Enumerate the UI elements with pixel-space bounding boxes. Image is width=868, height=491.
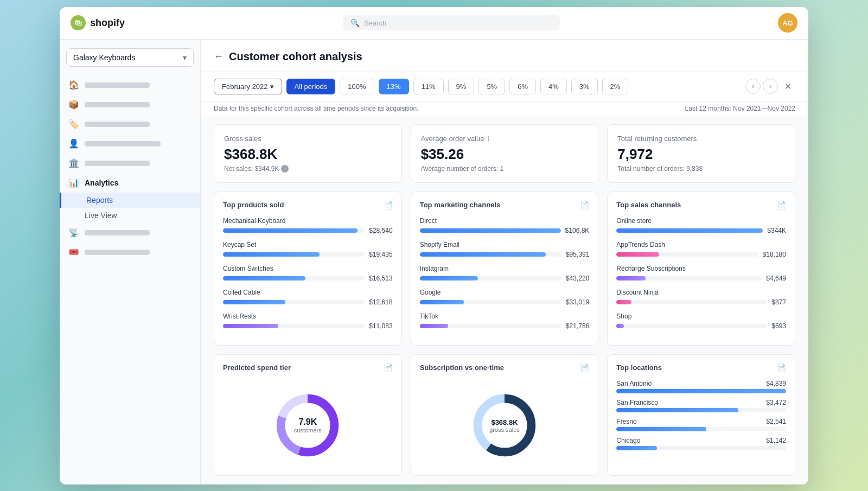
channel-name: Direct [420,217,590,225]
product-name: Coiled Cable [223,289,393,296]
gross-sales-sub: Net sales: $344.9K i [224,165,392,173]
bar-fill [420,228,561,233]
location-name: Chicago [616,437,640,444]
search-icon: 🔍 [350,18,360,27]
avg-order-info-icon[interactable]: i [488,135,489,143]
bar-row: $693 [616,322,786,330]
prev-arrow-button[interactable]: ‹ [745,79,761,94]
export-icon[interactable]: 📄 [580,201,589,209]
period-all-button[interactable]: All periods [286,79,336,94]
bar-row: $106.8K [420,227,590,234]
bar-container [616,252,758,257]
bar-fill [616,389,786,393]
sidebar-item-reports[interactable]: Reports [60,193,200,208]
nav-placeholder [85,141,161,146]
analytics-icon: 📊 [68,177,79,188]
bar-row: $12,618 [223,298,393,306]
sidebar-item-home[interactable]: 🏠 [60,75,200,95]
period-2-button[interactable]: 2% [602,79,629,94]
gross-sales-sub-text: Net sales: $344.9K [224,165,279,173]
page-header: ← Customer cohort analysis [201,40,808,72]
search-input-wrap[interactable]: 🔍 Search [343,15,560,30]
list-item: Fresno $2,541 [616,418,786,431]
bar-row: $4,649 [616,275,786,282]
list-item: Mechanical Keyboard $28,540 [223,217,393,234]
avg-order-value: $35.26 [421,146,589,163]
bar-row: $19,435 [223,251,393,258]
export-icon[interactable]: 📄 [777,201,786,209]
bar-value: $43,220 [566,275,589,282]
bar-fill [223,276,305,280]
export-icon[interactable]: 📄 [384,364,393,372]
donut-center-value: $368.8K [489,418,520,426]
info-icon[interactable]: i [281,165,289,173]
period-9-button[interactable]: 9% [448,79,475,94]
bar-fill [616,228,763,233]
bar-fill [616,427,706,431]
top-locations-title: Top locations 📄 [616,364,786,372]
sidebar-item-products[interactable]: 🏷️ [60,114,200,134]
sidebar-item-live-view[interactable]: Live View [60,208,200,223]
date-range-text: Last 12 months: Nov 2021—Nov 2022 [685,105,795,112]
nav-placeholder [85,122,150,127]
sidebar-item-marketing[interactable]: 📡 [60,223,200,243]
location-row: San Francisco $3,472 [616,399,786,406]
bar-row: $16,513 [223,275,393,282]
subscription-title: Subscription vs one-time 📄 [420,364,590,372]
channel-name: Discount Ninja [616,289,786,296]
bar-container [420,324,561,328]
list-item: Custom Switches $16,513 [223,265,393,282]
channel-name: Recharge Subscriptions [616,265,786,272]
period-100-button[interactable]: 100% [340,79,374,94]
top-marketing-title: Top marketing channels 📄 [420,201,590,209]
avatar[interactable]: AG [778,13,797,33]
bar-value: $344K [767,227,786,234]
donut-center: 7.9K customers [294,417,322,433]
avg-order-sub: Average number of orders: 1 [421,165,589,173]
export-icon[interactable]: 📄 [580,364,589,372]
store-selector[interactable]: Galaxy Keyboards ▾ [66,48,194,67]
location-name: San Francisco [616,399,658,406]
list-item: Google $33,019 [420,289,590,306]
sidebar-item-orders[interactable]: 📦 [60,95,200,114]
back-button[interactable]: ← [214,51,224,62]
bar-fill [223,228,358,233]
next-arrow-button[interactable]: › [763,79,778,94]
channel-name: AppTrends Dash [616,241,786,248]
bar-fill [616,446,657,450]
period-5-button[interactable]: 5% [478,79,505,94]
period-6-button[interactable]: 6% [509,79,536,94]
period-11-button[interactable]: 11% [413,79,444,94]
sidebar-item-finances[interactable]: 🏛️ [60,154,200,173]
list-item: Instagram $43,220 [420,265,590,282]
period-4-button[interactable]: 4% [540,79,567,94]
export-icon[interactable]: 📄 [777,364,786,372]
nav-placeholder [85,82,150,88]
bar-container [616,389,786,393]
bar-fill [420,324,448,328]
sidebar-item-analytics[interactable]: 📊 Analytics [60,173,200,193]
bar-fill [223,300,285,304]
date-filter-button[interactable]: February 2022 ▾ [214,79,282,94]
bar-fill [616,252,659,257]
location-name: Fresno [616,418,636,425]
sidebar-item-customers[interactable]: 👤 [60,134,200,154]
list-item: Shopify Email $95,391 [420,241,590,258]
sidebar-item-discounts[interactable]: 🎟️ [60,243,200,262]
finances-icon: 🏛️ [68,158,79,169]
header: 🛍 shopify 🔍 Search AG [60,7,808,40]
bar-value: $21,786 [566,322,589,330]
bar-value: $33,019 [566,298,589,306]
list-item: TikTok $21,786 [420,313,590,330]
date-chevron-icon: ▾ [270,82,274,91]
location-value: $4,839 [766,380,786,387]
logo-text: shopify [90,17,125,29]
period-13-button[interactable]: 13% [379,79,409,94]
bar-fill [420,276,478,280]
bar-fill [616,300,631,304]
returning-value: 7,972 [617,146,785,163]
period-3-button[interactable]: 3% [571,79,598,94]
close-button[interactable]: ✕ [780,79,795,94]
bar-container [223,300,365,304]
export-icon[interactable]: 📄 [384,201,393,209]
